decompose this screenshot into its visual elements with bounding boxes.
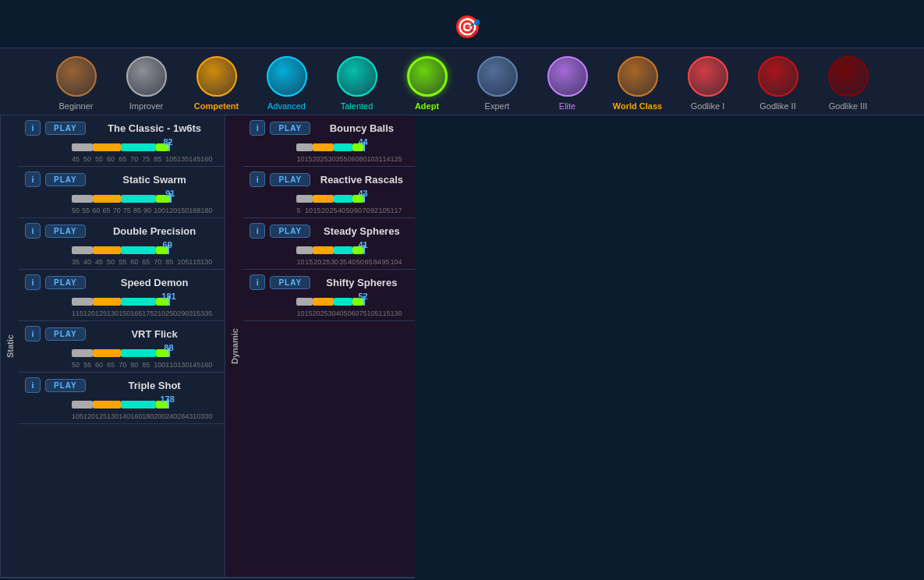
tick-row: 5101520254050607092105117 — [296, 206, 402, 214]
tick-row: 50556065708085100110130145160 — [72, 360, 212, 369]
rank-icon: 🎯 — [454, 15, 481, 39]
bar-segment — [334, 195, 352, 203]
tick-label: 70 — [130, 155, 142, 163]
info-button[interactable]: i — [25, 223, 41, 239]
play-button[interactable]: PLAY — [270, 225, 310, 238]
section-dynamic: DynamiciPLAYBouncy Balls4410152025303550… — [225, 115, 414, 578]
tick-label: 5 — [296, 207, 305, 214]
tick-label: 35 — [335, 155, 343, 163]
tick-label: 315 — [189, 309, 200, 317]
rank-item-adept[interactable]: Adept — [392, 56, 462, 111]
play-button[interactable]: PLAY — [270, 276, 310, 289]
play-button[interactable]: PLAY — [45, 225, 86, 238]
play-button[interactable]: PLAY — [45, 173, 86, 186]
info-button[interactable]: i — [250, 223, 265, 239]
bar-segment — [72, 246, 93, 254]
tick-label: 50 — [343, 309, 351, 317]
play-button[interactable]: PLAY — [45, 379, 86, 392]
section-static: StaticiPLAYThe Classic - 1w6ts8245505560… — [0, 115, 225, 578]
play-button[interactable]: PLAY — [270, 173, 310, 186]
rank-icon-1 — [126, 56, 167, 97]
tick-label: 150 — [177, 207, 189, 214]
tick-label: 160 — [200, 155, 212, 163]
tick-label: 95 — [382, 258, 391, 266]
rank-icon-6 — [477, 56, 518, 97]
info-button[interactable]: i — [250, 120, 265, 136]
play-button[interactable]: PLAY — [45, 276, 86, 289]
rank-item-advanced[interactable]: Advanced — [252, 56, 322, 111]
tick-label: 55 — [119, 258, 130, 266]
bar-segment — [93, 298, 121, 306]
play-button[interactable]: PLAY — [45, 327, 86, 341]
info-button[interactable]: i — [25, 274, 41, 290]
tick-label: 240 — [165, 412, 177, 420]
tick-label: 335 — [200, 309, 212, 317]
tick-label: 60 — [351, 309, 359, 317]
info-button[interactable]: i — [25, 326, 41, 341]
tick-label: 115 — [72, 309, 83, 317]
rank-item-godlike-i[interactable]: Godlike I — [673, 56, 743, 111]
bar-segment — [93, 401, 121, 408]
rank-item-expert[interactable]: Expert — [462, 56, 533, 111]
tick-label: 90 — [143, 207, 154, 214]
tick-label: 80 — [359, 155, 367, 163]
score-line — [168, 399, 169, 408]
tick-label: 10 — [296, 309, 304, 317]
tick-label: 40 — [83, 258, 95, 266]
rank-item-competent[interactable]: Competent — [182, 56, 252, 111]
bar-segment — [93, 195, 121, 203]
tick-label: 145 — [189, 361, 200, 369]
tick-label: 84 — [373, 258, 382, 266]
scenario-name: Shifty Spheres — [315, 277, 408, 288]
tick-label: 15 — [305, 258, 313, 266]
tick-label: 180 — [200, 207, 212, 214]
rank-icon-2 — [196, 56, 237, 97]
rank-icon-9 — [688, 56, 728, 97]
score-line — [363, 193, 365, 203]
tick-label: 60 — [92, 207, 102, 214]
scenario-name: Static Swarm — [90, 174, 219, 186]
tick-label: 130 — [200, 258, 212, 266]
rank-item-godlike-iii[interactable]: Godlike III — [813, 56, 883, 111]
tick-label: 65 — [365, 258, 373, 266]
tick-label: 130 — [391, 309, 402, 317]
rank-item-talented[interactable]: Talented — [322, 56, 392, 111]
bar-segment — [313, 143, 334, 151]
tick-label: 35 — [72, 258, 83, 266]
tick-label: 85 — [154, 155, 165, 163]
tick-label: 40 — [338, 207, 346, 214]
tick-label: 284 — [177, 412, 189, 420]
tick-label: 70 — [363, 207, 371, 214]
play-button[interactable]: PLAY — [270, 122, 310, 135]
table-row: iPLAYDouble Precision6935404550556065708… — [19, 218, 225, 270]
tick-label: 117 — [391, 207, 402, 214]
tick-label: 55 — [95, 155, 107, 163]
info-button[interactable]: i — [25, 377, 41, 393]
rank-item-beginner[interactable]: Beginner — [41, 56, 112, 111]
info-button[interactable]: i — [25, 120, 41, 136]
tick-label: 110 — [165, 361, 177, 369]
bar-segment — [121, 195, 156, 203]
rank-item-world-class[interactable]: World Class — [603, 56, 673, 111]
info-button[interactable]: i — [25, 172, 41, 187]
table-row: iPLAYShifty Spheres521015202530405060751… — [243, 270, 414, 321]
rank-item-improver[interactable]: Improver — [112, 56, 182, 111]
rank-label-1: Improver — [129, 101, 163, 111]
score-line — [363, 296, 365, 306]
info-button[interactable]: i — [250, 172, 265, 187]
tick-row: 115120125130150165175210250290315335 — [72, 309, 212, 317]
rank-item-elite[interactable]: Elite — [533, 56, 603, 111]
rank-item-godlike-ii[interactable]: Godlike II — [743, 56, 813, 111]
tick-label: 30 — [327, 155, 335, 163]
tick-label: 130 — [107, 309, 119, 317]
tick-label: 65 — [107, 361, 119, 369]
rank-label-10: Godlike II — [759, 101, 795, 111]
tick-label: 180 — [142, 412, 154, 420]
bar-segment — [296, 143, 312, 151]
bar-segment — [121, 349, 156, 357]
rank-icon-4 — [337, 56, 377, 97]
table-row: iPLAYBouncy Balls44101520253035506080103… — [243, 115, 414, 167]
info-button[interactable]: i — [250, 274, 265, 290]
play-button[interactable]: PLAY — [45, 122, 86, 135]
tick-label: 200 — [154, 412, 165, 420]
